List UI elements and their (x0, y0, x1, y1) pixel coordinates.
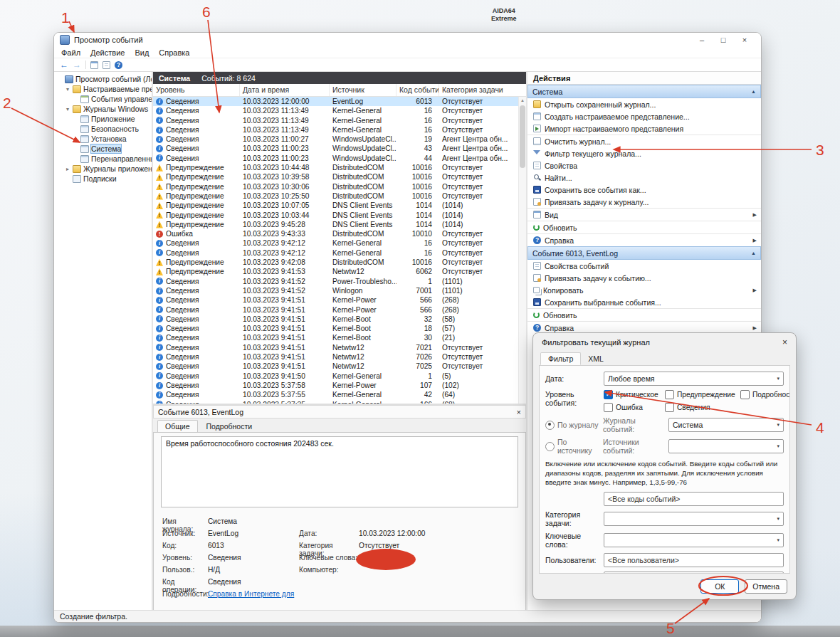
level-checkbox[interactable]: Сведения (665, 403, 740, 412)
by-log-radio[interactable] (545, 421, 555, 430)
event-row[interactable]: Предупреждение 10.03.2023 10:03:44 DNS C… (153, 211, 526, 220)
event-logs-combo[interactable]: Система ▾ (668, 418, 784, 432)
level-checkbox[interactable]: Критическое (604, 390, 665, 399)
tree-expander-icon[interactable]: ▸ (65, 166, 70, 172)
users-input[interactable]: <Все пользователи> (604, 553, 784, 567)
tree-item[interactable]: ▾ Журналы Windows (54, 104, 152, 114)
event-row[interactable]: Предупреждение 10.03.2023 10:39:58 Distr… (153, 172, 526, 181)
action-item[interactable]: Свойства (527, 159, 761, 172)
event-row[interactable]: Сведения 10.03.2023 9:42:12 Kernel-Gener… (153, 248, 526, 258)
minimize-button[interactable]: – (691, 33, 713, 47)
tree-expander-icon[interactable]: ▾ (65, 86, 70, 93)
event-row[interactable]: Сведения 10.03.2023 5:37:35 Kernel-Gener… (153, 400, 526, 404)
event-row[interactable]: Сведения 10.03.2023 11:00:23 WindowsUpda… (153, 154, 526, 163)
console-tree-icon[interactable] (90, 61, 98, 69)
cancel-button[interactable]: Отмена (745, 579, 787, 594)
action-item[interactable]: Сохранить все события как... (527, 184, 761, 196)
ok-button[interactable]: ОК (700, 579, 739, 594)
level-checkbox[interactable]: Предупреждение (665, 390, 740, 399)
menu-view[interactable]: Вид (130, 48, 153, 57)
action-item[interactable]: Сохранить выбранные события... (527, 296, 761, 308)
action-item[interactable]: Открыть сохраненный журнал... (527, 98, 761, 110)
event-row[interactable]: Предупреждение 10.03.2023 10:44:48 Distr… (153, 163, 526, 172)
column-level[interactable]: Уровень (153, 84, 240, 96)
scrollbar-thumb[interactable] (520, 105, 525, 168)
event-row[interactable]: Предупреждение 10.03.2023 10:25:50 Distr… (153, 191, 526, 201)
menu-help[interactable]: Справка (154, 48, 194, 57)
event-row[interactable]: Сведения 10.03.2023 9:41:51 Netwtw12 702… (153, 352, 526, 362)
event-row[interactable]: Сведения 10.03.2023 9:42:12 Kernel-Gener… (153, 238, 526, 248)
tree-expander-icon[interactable]: ▾ (65, 106, 70, 112)
action-item[interactable]: Обновить (527, 308, 761, 321)
event-row[interactable]: Предупреждение 10.03.2023 9:45:28 DNS Cl… (153, 220, 526, 229)
event-row[interactable]: Сведения 10.03.2023 9:41:50 Kernel-Gener… (153, 372, 526, 381)
tab-filter[interactable]: Фильтр (540, 352, 581, 365)
tree-item[interactable]: Приложение (54, 114, 152, 124)
event-row[interactable]: Сведения 10.03.2023 9:41:52 Power-Troubl… (153, 277, 526, 286)
action-item[interactable]: Свойства событий (527, 260, 761, 272)
tree-item[interactable]: Система (54, 144, 152, 154)
event-row[interactable]: Сведения 10.03.2023 9:41:51 Kernel-Power… (153, 295, 526, 305)
menu-file[interactable]: Файл (57, 48, 85, 57)
properties-icon[interactable] (103, 61, 110, 69)
computers-input[interactable]: <Все компьютеры> (604, 572, 784, 574)
event-row[interactable]: Сведения 10.03.2023 11:13:49 Kernel-Gene… (153, 106, 526, 115)
event-row[interactable]: Предупреждение 10.03.2023 10:30:06 Distr… (153, 182, 526, 191)
event-row[interactable]: Сведения 10.03.2023 9:41:52 Winlogon 700… (153, 286, 526, 295)
event-row[interactable]: Сведения 10.03.2023 5:37:58 Kernel-Power… (153, 381, 526, 390)
event-row[interactable]: Предупреждение 10.03.2023 9:41:53 Netwtw… (153, 267, 526, 276)
tree-item[interactable]: Установка (54, 134, 152, 144)
menu-action[interactable]: Действие (86, 48, 129, 57)
action-item[interactable]: Вид ▶ (527, 208, 761, 221)
column-datetime[interactable]: Дата и время (240, 84, 330, 96)
event-row[interactable]: Сведения 10.03.2023 9:41:51 Kernel-Boot … (153, 333, 526, 342)
event-row[interactable]: Предупреждение 10.03.2023 9:42:08 Distri… (153, 258, 526, 267)
tab-xml[interactable]: XML (581, 353, 611, 364)
event-row[interactable]: Сведения 10.03.2023 11:00:23 WindowsUpda… (153, 144, 526, 153)
dialog-close-icon[interactable]: × (782, 337, 787, 347)
event-ids-input[interactable]: <Все коды событий> (604, 492, 784, 506)
event-row[interactable]: Сведения 10.03.2023 9:41:51 Kernel-Boot … (153, 315, 526, 324)
event-row[interactable]: Предупреждение 10.03.2023 10:07:05 DNS C… (153, 201, 526, 210)
collapse-icon[interactable]: ▲ (751, 89, 756, 94)
detail-close-icon[interactable]: × (517, 408, 521, 416)
event-row[interactable]: Сведения 10.03.2023 11:13:49 Kernel-Gene… (153, 125, 526, 135)
event-row[interactable]: Сведения 10.03.2023 5:37:55 Kernel-Gener… (153, 390, 526, 399)
action-item[interactable]: Фильтр текущего журнала... (527, 147, 761, 159)
action-item[interactable]: Создать настраиваемое представление... (527, 110, 761, 122)
event-sources-combo[interactable]: ▾ (668, 439, 784, 453)
action-item[interactable]: Очистить журнал... (527, 135, 761, 147)
close-button[interactable]: × (734, 33, 755, 47)
action-item[interactable]: Обновить (527, 221, 761, 233)
action-item[interactable]: Привязать задачу к журналу... (527, 196, 761, 208)
event-row[interactable]: Сведения 10.03.2023 9:41:51 Kernel-Power… (153, 305, 526, 315)
forward-icon[interactable]: → (73, 59, 81, 70)
scrollbar[interactable]: ▲ (518, 97, 526, 404)
back-icon[interactable]: ← (60, 59, 68, 70)
event-row[interactable]: Сведения 10.03.2023 11:00:27 WindowsUpda… (153, 135, 526, 144)
level-checkbox[interactable]: Подробности (740, 390, 790, 399)
column-task-category[interactable]: Категория задачи (439, 84, 526, 96)
tree-item[interactable]: События управления (54, 94, 152, 104)
event-row[interactable]: Сведения 10.03.2023 9:41:51 Kernel-Boot … (153, 324, 526, 333)
column-source[interactable]: Источник (330, 84, 397, 96)
tree-item[interactable]: Перенаправленные соб (54, 154, 152, 164)
event-row[interactable]: Сведения 10.03.2023 9:41:51 Netwtw12 702… (153, 362, 526, 371)
keywords-combo[interactable]: ▾ (604, 533, 784, 547)
by-source-radio[interactable] (545, 442, 555, 451)
collapse-icon[interactable]: ▲ (751, 251, 756, 256)
tree-item[interactable]: ▸ Журналы приложений и сл (54, 164, 152, 174)
event-row[interactable]: Сведения 10.03.2023 11:13:49 Kernel-Gene… (153, 116, 526, 125)
help-icon[interactable] (115, 61, 122, 69)
scroll-up-icon[interactable]: ▲ (519, 97, 526, 104)
tree-item[interactable]: Подписки (54, 174, 152, 184)
action-item[interactable]: Найти... (527, 172, 761, 184)
column-event-id[interactable]: Код события (397, 84, 439, 96)
maximize-button[interactable]: □ (713, 33, 734, 47)
actions-section-system[interactable]: Система ▲ (527, 85, 761, 98)
task-category-combo[interactable]: ▾ (604, 512, 784, 526)
tree-item[interactable]: Просмотр событий (Локальн (54, 74, 152, 84)
action-item[interactable]: Привязать задачу к событию... (527, 272, 761, 284)
online-help-link[interactable]: Справка в Интернете для (208, 590, 299, 598)
actions-section-event[interactable]: Событие 6013, EventLog ▲ (527, 246, 761, 260)
